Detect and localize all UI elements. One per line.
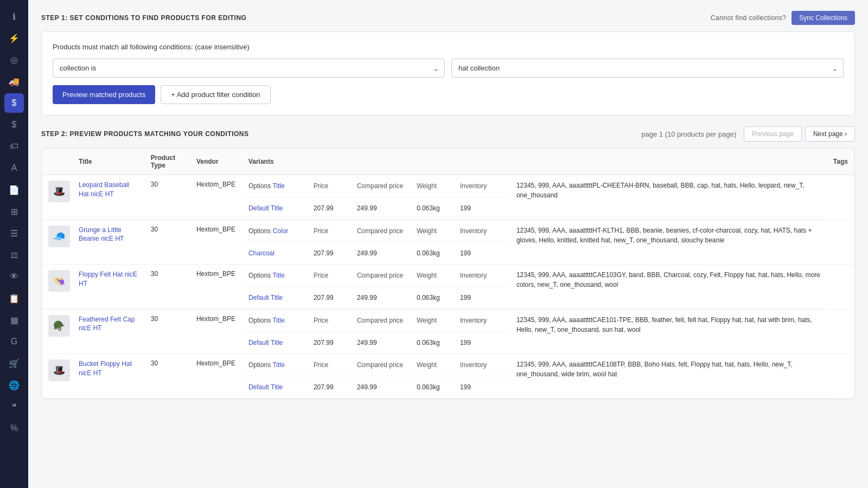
filter-value-select[interactable]: hat collection summer collection winter … xyxy=(451,59,844,78)
sidebar-icon-list[interactable]: ☰ xyxy=(4,223,24,243)
variant-header-row: Options Color Price Compared price Weigh… xyxy=(248,226,503,236)
variant-header-cell: Options Title Price Compared price Weigh… xyxy=(242,310,510,332)
product-vendor-cell: Hextom_BPE xyxy=(190,354,242,399)
variant-values-row: Default Title 207.99 249.99 0.063kg 199 xyxy=(248,382,503,393)
variant-price-label: Price xyxy=(314,182,357,190)
table-row: 🪖 Feathered Felt Cap nicE HT 30 Hextom_B… xyxy=(42,310,854,332)
product-title-link[interactable]: Leopard Baseball Hat nicE HT xyxy=(79,181,129,198)
product-vendor-cell: Hextom_BPE xyxy=(190,175,242,220)
product-tags-cell: 12345, 999, AAA, aaaatttttCAE103GY, band… xyxy=(510,265,827,309)
product-title-cell: Grunge a Little Beanie nicE HT xyxy=(72,220,144,265)
sidebar-icon-grid[interactable]: ⊞ xyxy=(4,202,24,221)
variant-price-label: Price xyxy=(314,227,357,235)
sidebar-icon-tag[interactable]: 🏷 xyxy=(4,137,24,156)
product-img-cell: 🪖 xyxy=(42,310,72,354)
sidebar-icon-scale[interactable]: ⚖ xyxy=(4,245,24,265)
col-tags: Tags xyxy=(827,149,854,175)
variant-header-cell: Options Color Price Compared price Weigh… xyxy=(242,220,510,242)
variant-inventory-value: 199 xyxy=(460,249,503,257)
variant-weight-label: Weight xyxy=(417,182,460,190)
product-title-link[interactable]: Bucket Floppy Hat nicE HT xyxy=(79,360,132,377)
product-title-link[interactable]: Grunge a Little Beanie nicE HT xyxy=(79,226,124,243)
variant-values-row: Default Title 207.99 249.99 0.063kg 199 xyxy=(248,203,503,214)
sidebar-icon-percent[interactable]: % xyxy=(4,419,24,438)
product-tags-cell: 12345, 999, AAA, aaaatttttPL-CHEETAH-BRN… xyxy=(510,175,827,220)
variant-values-cell: Charcoal 207.99 249.99 0.063kg 199 xyxy=(242,242,510,264)
sidebar-icon-cart[interactable]: 🛒 xyxy=(4,354,24,373)
variant-header-cell: Options Title Price Compared price Weigh… xyxy=(242,354,510,376)
step2-header: STEP 2: PREVIEW PRODUCTS MATCHING YOUR C… xyxy=(41,126,855,142)
step2-header-right: page 1 (10 products per page) Previous p… xyxy=(641,126,855,142)
sidebar-icon-page[interactable]: 📋 xyxy=(4,288,24,308)
variant-compared-label: Compared price xyxy=(357,317,417,324)
col-product-type: Product Type xyxy=(144,149,190,175)
cannot-find-label: Cannot find collections? xyxy=(711,14,786,22)
prev-page-button[interactable]: Previous page xyxy=(744,126,802,142)
sidebar-icon-circle[interactable]: ◎ xyxy=(4,50,24,69)
action-buttons: Preview matched products + Add product f… xyxy=(53,85,844,104)
products-table-wrapper: Title Product Type Vendor Variants Tags … xyxy=(41,148,855,399)
options-label: Options Title xyxy=(248,272,314,279)
page-label: page 1 xyxy=(641,130,663,138)
sidebar-icon-g[interactable]: G xyxy=(4,332,24,351)
variant-header-cell: Options Title Price Compared price Weigh… xyxy=(242,175,510,197)
table-row: 🎩 Leopard Baseball Hat nicE HT 30 Hextom… xyxy=(42,175,854,197)
conditions-row: collection is title contains vendor is t… xyxy=(53,59,844,78)
table-row: 👒 Floppy Felt Hat nicE HT 30 Hextom_BPE … xyxy=(42,265,854,287)
sidebar-icon-truck[interactable]: 🚚 xyxy=(4,72,24,91)
variant-weight-label: Weight xyxy=(417,272,460,279)
filter-value-wrapper: hat collection summer collection winter … xyxy=(451,59,844,78)
sidebar-icon-font[interactable]: A xyxy=(4,158,24,178)
sidebar-icon-dollar2[interactable]: $ xyxy=(4,115,24,134)
filter-type-wrapper: collection is title contains vendor is t… xyxy=(53,59,445,78)
col-variants: Variants xyxy=(242,149,827,175)
product-title-link[interactable]: Feathered Felt Cap nicE HT xyxy=(79,316,135,332)
product-image: 🎩 xyxy=(48,359,70,381)
variant-weight-value: 0.063kg xyxy=(417,339,460,346)
sidebar-icon-quote[interactable]: ❝ xyxy=(4,397,24,416)
variant-inventory-label: Inventory xyxy=(460,317,503,324)
product-tags-cell: 12345, 999, AAA, aaaatttttCAE108TP, BBB,… xyxy=(510,354,827,399)
step1-header: STEP 1: SET CONDITIONS TO FIND PRODUCTS … xyxy=(41,11,855,25)
sidebar-icon-info[interactable]: ℹ xyxy=(4,7,24,26)
variant-compared-value: 249.99 xyxy=(357,204,417,212)
pagination-buttons: Previous page Next page › xyxy=(744,126,855,142)
sidebar-icon-dollar[interactable]: $ xyxy=(4,93,24,113)
sidebar-icon-eye[interactable]: 👁 xyxy=(4,267,24,286)
conditions-card: Products must match all following condit… xyxy=(41,31,855,115)
product-image: 🎩 xyxy=(48,181,70,202)
variant-values-cell: Default Title 207.99 249.99 0.063kg 199 xyxy=(242,197,510,220)
sidebar-icon-barcode[interactable]: ▦ xyxy=(4,310,24,330)
variant-inventory-value: 199 xyxy=(460,204,503,212)
filter-type-select[interactable]: collection is title contains vendor is t… xyxy=(53,59,445,78)
options-label: Options Title xyxy=(248,182,314,190)
next-page-button[interactable]: Next page › xyxy=(805,126,855,142)
sidebar-icon-bolt[interactable]: ⚡ xyxy=(4,28,24,48)
product-tags-cell: 12345, 999, AAA, aaaatttttCAE101-TPE, BB… xyxy=(510,310,827,354)
product-vendor-cell: Hextom_BPE xyxy=(190,310,242,354)
sync-collections-button[interactable]: Sync Collections xyxy=(792,11,855,25)
preview-button[interactable]: Preview matched products xyxy=(53,85,155,104)
product-img-cell: 🎩 xyxy=(42,175,72,220)
variant-compared-value: 249.99 xyxy=(357,383,417,391)
variant-weight-label: Weight xyxy=(417,227,460,235)
col-img xyxy=(42,149,72,175)
product-type-cell: 30 xyxy=(144,220,190,265)
variant-weight-value: 0.063kg xyxy=(417,249,460,257)
add-filter-button[interactable]: + Add product filter condition xyxy=(161,85,270,104)
variant-price-label: Price xyxy=(314,272,357,279)
conditions-label: Products must match all following condit… xyxy=(53,43,844,51)
options-label: Options Title xyxy=(248,361,314,369)
variant-weight-value: 0.063kg xyxy=(417,383,460,391)
variant-price-value: 207.99 xyxy=(314,339,357,346)
variant-compared-label: Compared price xyxy=(357,182,417,190)
variant-option-value: Default Title xyxy=(248,294,314,301)
product-title-link[interactable]: Floppy Felt Hat nicE HT xyxy=(79,271,137,287)
step2-title: STEP 2: PREVIEW PRODUCTS MATCHING YOUR C… xyxy=(41,130,249,138)
sidebar-icon-globe[interactable]: 🌐 xyxy=(4,375,24,395)
products-table: Title Product Type Vendor Variants Tags … xyxy=(42,149,854,399)
variant-price-label: Price xyxy=(314,317,357,324)
sidebar-icon-doc[interactable]: 📄 xyxy=(4,180,24,200)
product-image: 🧢 xyxy=(48,226,70,247)
variant-values-row: Default Title 207.99 249.99 0.063kg 199 xyxy=(248,337,503,348)
